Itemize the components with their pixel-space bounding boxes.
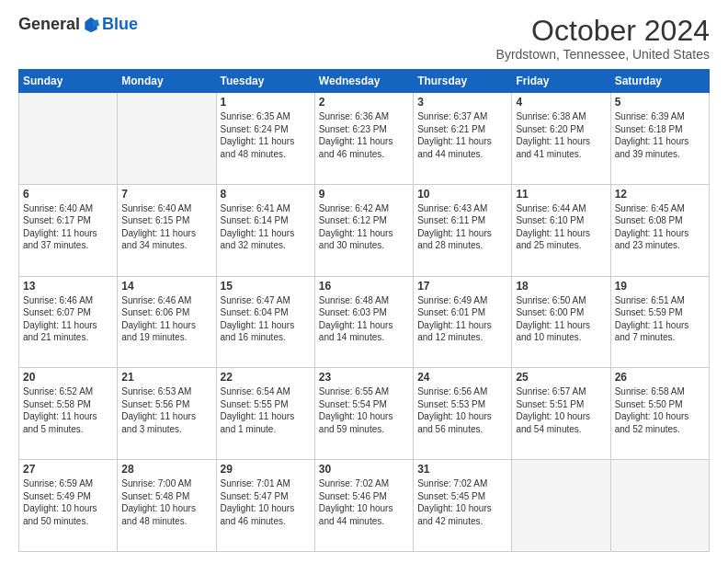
cell-content: Sunrise: 6:50 AM Sunset: 6:00 PM Dayligh… — [516, 294, 606, 344]
day-number: 11 — [516, 188, 606, 201]
table-row: 12Sunrise: 6:45 AM Sunset: 6:08 PM Dayli… — [610, 184, 709, 276]
day-number: 26 — [615, 371, 705, 384]
header-thursday: Thursday — [414, 70, 512, 93]
table-row: 17Sunrise: 6:49 AM Sunset: 6:01 PM Dayli… — [414, 276, 512, 368]
calendar-row: 20Sunrise: 6:52 AM Sunset: 5:58 PM Dayli… — [19, 368, 710, 460]
day-number: 8 — [221, 188, 311, 201]
cell-content: Sunrise: 7:02 AM Sunset: 5:45 PM Dayligh… — [417, 477, 507, 527]
header-friday: Friday — [512, 70, 610, 93]
table-row: 10Sunrise: 6:43 AM Sunset: 6:11 PM Dayli… — [414, 184, 512, 276]
cell-content: Sunrise: 6:46 AM Sunset: 6:06 PM Dayligh… — [121, 294, 211, 344]
day-number: 5 — [615, 96, 705, 109]
day-number: 21 — [121, 371, 211, 384]
cell-content: Sunrise: 6:36 AM Sunset: 6:23 PM Dayligh… — [319, 110, 409, 160]
day-number: 24 — [417, 371, 507, 384]
day-number: 22 — [221, 371, 311, 384]
table-row: 28Sunrise: 7:00 AM Sunset: 5:48 PM Dayli… — [118, 460, 216, 552]
location: Byrdstown, Tennessee, United States — [496, 47, 710, 62]
table-row: 13Sunrise: 6:46 AM Sunset: 6:07 PM Dayli… — [19, 276, 118, 368]
table-row: 2Sunrise: 6:36 AM Sunset: 6:23 PM Daylig… — [314, 93, 413, 185]
day-number: 20 — [23, 371, 113, 384]
header-saturday: Saturday — [610, 70, 709, 93]
cell-content: Sunrise: 6:41 AM Sunset: 6:14 PM Dayligh… — [221, 202, 311, 252]
table-row — [610, 460, 709, 552]
cell-content: Sunrise: 7:02 AM Sunset: 5:46 PM Dayligh… — [319, 477, 409, 527]
table-row: 20Sunrise: 6:52 AM Sunset: 5:58 PM Dayli… — [19, 368, 118, 460]
cell-content: Sunrise: 7:00 AM Sunset: 5:48 PM Dayligh… — [121, 477, 211, 527]
logo-general: General — [18, 15, 80, 34]
cell-content: Sunrise: 6:57 AM Sunset: 5:51 PM Dayligh… — [516, 385, 606, 435]
month-title: October 2024 — [496, 15, 710, 47]
table-row: 23Sunrise: 6:55 AM Sunset: 5:54 PM Dayli… — [314, 368, 413, 460]
cell-content: Sunrise: 6:35 AM Sunset: 6:24 PM Dayligh… — [221, 110, 311, 160]
table-row: 3Sunrise: 6:37 AM Sunset: 6:21 PM Daylig… — [414, 93, 512, 185]
header-tuesday: Tuesday — [216, 70, 314, 93]
cell-content: Sunrise: 6:51 AM Sunset: 5:59 PM Dayligh… — [615, 294, 705, 344]
calendar: Sunday Monday Tuesday Wednesday Thursday… — [18, 69, 710, 552]
table-row: 9Sunrise: 6:42 AM Sunset: 6:12 PM Daylig… — [314, 184, 413, 276]
cell-content: Sunrise: 6:45 AM Sunset: 6:08 PM Dayligh… — [615, 202, 705, 252]
cell-content: Sunrise: 6:38 AM Sunset: 6:20 PM Dayligh… — [516, 110, 606, 160]
table-row: 1Sunrise: 6:35 AM Sunset: 6:24 PM Daylig… — [216, 93, 314, 185]
table-row: 31Sunrise: 7:02 AM Sunset: 5:45 PM Dayli… — [414, 460, 512, 552]
day-number: 10 — [417, 188, 507, 201]
cell-content: Sunrise: 6:42 AM Sunset: 6:12 PM Dayligh… — [319, 202, 409, 252]
cell-content: Sunrise: 6:56 AM Sunset: 5:53 PM Dayligh… — [417, 385, 507, 435]
table-row: 16Sunrise: 6:48 AM Sunset: 6:03 PM Dayli… — [314, 276, 413, 368]
table-row: 7Sunrise: 6:40 AM Sunset: 6:15 PM Daylig… — [118, 184, 216, 276]
cell-content: Sunrise: 6:59 AM Sunset: 5:49 PM Dayligh… — [23, 477, 113, 527]
cell-content: Sunrise: 6:43 AM Sunset: 6:11 PM Dayligh… — [417, 202, 507, 252]
day-number: 15 — [221, 280, 311, 293]
cell-content: Sunrise: 6:37 AM Sunset: 6:21 PM Dayligh… — [417, 110, 507, 160]
day-number: 29 — [221, 463, 311, 476]
day-number: 27 — [23, 463, 113, 476]
day-number: 9 — [319, 188, 409, 201]
table-row: 22Sunrise: 6:54 AM Sunset: 5:55 PM Dayli… — [216, 368, 314, 460]
table-row: 19Sunrise: 6:51 AM Sunset: 5:59 PM Dayli… — [610, 276, 709, 368]
cell-content: Sunrise: 6:55 AM Sunset: 5:54 PM Dayligh… — [319, 385, 409, 435]
table-row: 21Sunrise: 6:53 AM Sunset: 5:56 PM Dayli… — [118, 368, 216, 460]
day-number: 18 — [516, 280, 606, 293]
table-row: 24Sunrise: 6:56 AM Sunset: 5:53 PM Dayli… — [414, 368, 512, 460]
calendar-row: 1Sunrise: 6:35 AM Sunset: 6:24 PM Daylig… — [19, 93, 710, 185]
table-row: 11Sunrise: 6:44 AM Sunset: 6:10 PM Dayli… — [512, 184, 610, 276]
logo-icon — [82, 16, 100, 34]
cell-content: Sunrise: 6:39 AM Sunset: 6:18 PM Dayligh… — [615, 110, 705, 160]
table-row — [512, 460, 610, 552]
table-row: 30Sunrise: 7:02 AM Sunset: 5:46 PM Dayli… — [314, 460, 413, 552]
cell-content: Sunrise: 6:44 AM Sunset: 6:10 PM Dayligh… — [516, 202, 606, 252]
header-wednesday: Wednesday — [314, 70, 413, 93]
day-number: 3 — [417, 96, 507, 109]
table-row: 6Sunrise: 6:40 AM Sunset: 6:17 PM Daylig… — [19, 184, 118, 276]
day-number: 17 — [417, 280, 507, 293]
table-row: 29Sunrise: 7:01 AM Sunset: 5:47 PM Dayli… — [216, 460, 314, 552]
day-number: 31 — [417, 463, 507, 476]
cell-content: Sunrise: 6:48 AM Sunset: 6:03 PM Dayligh… — [319, 294, 409, 344]
calendar-row: 27Sunrise: 6:59 AM Sunset: 5:49 PM Dayli… — [19, 460, 710, 552]
day-number: 25 — [516, 371, 606, 384]
table-row: 14Sunrise: 6:46 AM Sunset: 6:06 PM Dayli… — [118, 276, 216, 368]
logo: General Blue — [18, 15, 138, 34]
day-number: 4 — [516, 96, 606, 109]
table-row: 26Sunrise: 6:58 AM Sunset: 5:50 PM Dayli… — [610, 368, 709, 460]
day-number: 1 — [221, 96, 311, 109]
table-row: 25Sunrise: 6:57 AM Sunset: 5:51 PM Dayli… — [512, 368, 610, 460]
header-monday: Monday — [118, 70, 216, 93]
table-row — [19, 93, 118, 185]
cell-content: Sunrise: 6:49 AM Sunset: 6:01 PM Dayligh… — [417, 294, 507, 344]
header: General Blue October 2024 Byrdstown, Ten… — [18, 15, 710, 62]
page: General Blue October 2024 Byrdstown, Ten… — [0, 0, 728, 563]
calendar-row: 6Sunrise: 6:40 AM Sunset: 6:17 PM Daylig… — [19, 184, 710, 276]
cell-content: Sunrise: 6:47 AM Sunset: 6:04 PM Dayligh… — [221, 294, 311, 344]
title-area: October 2024 Byrdstown, Tennessee, Unite… — [496, 15, 710, 62]
table-row: 4Sunrise: 6:38 AM Sunset: 6:20 PM Daylig… — [512, 93, 610, 185]
day-number: 28 — [121, 463, 211, 476]
day-number: 14 — [121, 280, 211, 293]
day-number: 12 — [615, 188, 705, 201]
day-number: 16 — [319, 280, 409, 293]
table-row: 27Sunrise: 6:59 AM Sunset: 5:49 PM Dayli… — [19, 460, 118, 552]
cell-content: Sunrise: 6:58 AM Sunset: 5:50 PM Dayligh… — [615, 385, 705, 435]
cell-content: Sunrise: 6:46 AM Sunset: 6:07 PM Dayligh… — [23, 294, 113, 344]
day-number: 6 — [23, 188, 113, 201]
day-number: 23 — [319, 371, 409, 384]
